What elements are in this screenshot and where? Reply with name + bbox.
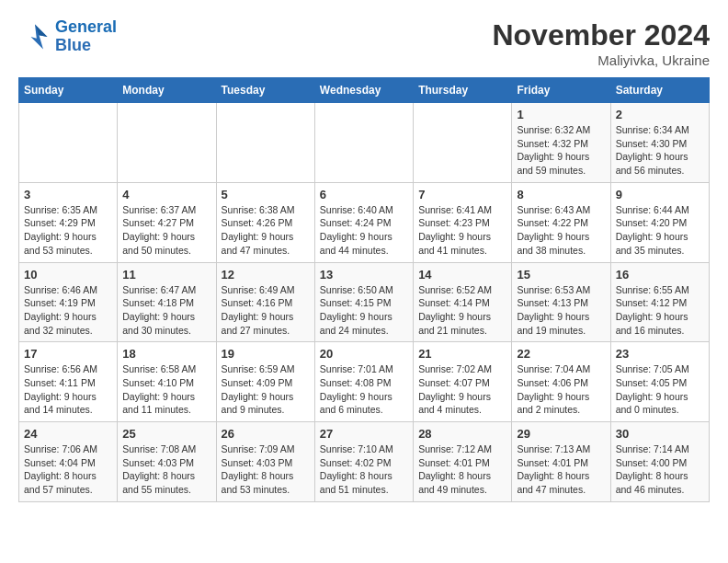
day-info: Sunrise: 6:35 AM Sunset: 4:29 PM Dayligh… (24, 203, 112, 258)
day-info: Sunrise: 6:49 AM Sunset: 4:16 PM Dayligh… (222, 283, 310, 338)
calendar-cell: 13Sunrise: 6:50 AM Sunset: 4:15 PM Dayli… (314, 262, 413, 342)
calendar-cell: 28Sunrise: 7:12 AM Sunset: 4:01 PM Dayli… (414, 422, 512, 502)
day-info: Sunrise: 6:32 AM Sunset: 4:32 PM Dayligh… (517, 123, 605, 178)
month-title: November 2024 (492, 18, 710, 52)
day-number: 12 (222, 268, 310, 282)
day-number: 29 (517, 427, 605, 441)
weekday-header: Tuesday (216, 78, 314, 103)
calendar-week-row: 17Sunrise: 6:56 AM Sunset: 4:11 PM Dayli… (19, 342, 710, 422)
logo-text: General Blue (55, 18, 117, 55)
calendar-cell: 17Sunrise: 6:56 AM Sunset: 4:11 PM Dayli… (19, 342, 118, 422)
weekday-header: Monday (118, 78, 216, 103)
day-info: Sunrise: 6:38 AM Sunset: 4:26 PM Dayligh… (222, 203, 310, 258)
weekday-header: Friday (512, 78, 610, 103)
weekday-header: Wednesday (314, 78, 413, 103)
calendar-week-row: 3Sunrise: 6:35 AM Sunset: 4:29 PM Daylig… (19, 182, 710, 262)
calendar-cell: 12Sunrise: 6:49 AM Sunset: 4:16 PM Dayli… (216, 262, 314, 342)
calendar-cell: 27Sunrise: 7:10 AM Sunset: 4:02 PM Dayli… (314, 422, 413, 502)
logo-line2: Blue (55, 36, 91, 54)
calendar-cell: 6Sunrise: 6:40 AM Sunset: 4:24 PM Daylig… (314, 182, 413, 262)
calendar-week-row: 10Sunrise: 6:46 AM Sunset: 4:19 PM Dayli… (19, 262, 710, 342)
day-number: 13 (320, 268, 408, 282)
day-info: Sunrise: 6:56 AM Sunset: 4:11 PM Dayligh… (24, 362, 112, 417)
day-number: 14 (418, 268, 506, 282)
calendar-cell: 5Sunrise: 6:38 AM Sunset: 4:26 PM Daylig… (216, 182, 314, 262)
calendar-cell: 7Sunrise: 6:41 AM Sunset: 4:23 PM Daylig… (414, 182, 512, 262)
calendar-cell: 3Sunrise: 6:35 AM Sunset: 4:29 PM Daylig… (19, 182, 118, 262)
day-info: Sunrise: 6:53 AM Sunset: 4:13 PM Dayligh… (517, 283, 605, 338)
day-number: 18 (122, 347, 210, 361)
calendar-cell: 26Sunrise: 7:09 AM Sunset: 4:03 PM Dayli… (216, 422, 314, 502)
day-number: 19 (222, 347, 310, 361)
day-number: 8 (517, 188, 605, 201)
day-info: Sunrise: 6:37 AM Sunset: 4:27 PM Dayligh… (122, 203, 210, 258)
weekday-header: Saturday (610, 78, 709, 103)
calendar-cell: 11Sunrise: 6:47 AM Sunset: 4:18 PM Dayli… (118, 262, 216, 342)
day-number: 22 (517, 347, 605, 361)
logo-line1: General (55, 17, 117, 36)
day-info: Sunrise: 6:55 AM Sunset: 4:12 PM Dayligh… (616, 283, 704, 338)
day-info: Sunrise: 6:50 AM Sunset: 4:15 PM Dayligh… (320, 283, 408, 338)
calendar-week-row: 24Sunrise: 7:06 AM Sunset: 4:04 PM Dayli… (19, 422, 710, 502)
day-number: 5 (222, 188, 310, 201)
day-info: Sunrise: 6:59 AM Sunset: 4:09 PM Dayligh… (222, 362, 310, 417)
logo-icon (18, 20, 51, 53)
calendar-cell (118, 103, 216, 183)
day-info: Sunrise: 6:52 AM Sunset: 4:14 PM Dayligh… (418, 283, 506, 338)
calendar-cell: 29Sunrise: 7:13 AM Sunset: 4:01 PM Dayli… (512, 422, 610, 502)
day-info: Sunrise: 6:41 AM Sunset: 4:23 PM Dayligh… (418, 203, 506, 258)
day-number: 6 (320, 188, 408, 201)
day-number: 10 (24, 268, 112, 282)
day-number: 26 (222, 427, 310, 441)
day-info: Sunrise: 6:47 AM Sunset: 4:18 PM Dayligh… (122, 283, 210, 338)
calendar-cell: 19Sunrise: 6:59 AM Sunset: 4:09 PM Dayli… (216, 342, 314, 422)
logo: General Blue (18, 18, 117, 55)
calendar-cell (314, 103, 413, 183)
weekday-header: Thursday (414, 78, 512, 103)
calendar-cell: 9Sunrise: 6:44 AM Sunset: 4:20 PM Daylig… (610, 182, 709, 262)
calendar-cell: 1Sunrise: 6:32 AM Sunset: 4:32 PM Daylig… (512, 103, 610, 183)
day-number: 1 (517, 108, 605, 121)
day-info: Sunrise: 7:04 AM Sunset: 4:06 PM Dayligh… (517, 362, 605, 417)
day-number: 7 (418, 188, 506, 201)
day-number: 17 (24, 347, 112, 361)
day-number: 16 (616, 268, 704, 282)
day-info: Sunrise: 6:58 AM Sunset: 4:10 PM Dayligh… (122, 362, 210, 417)
day-info: Sunrise: 7:01 AM Sunset: 4:08 PM Dayligh… (320, 362, 408, 417)
calendar-cell: 24Sunrise: 7:06 AM Sunset: 4:04 PM Dayli… (19, 422, 118, 502)
day-number: 28 (418, 427, 506, 441)
day-number: 21 (418, 347, 506, 361)
calendar-cell: 23Sunrise: 7:05 AM Sunset: 4:05 PM Dayli… (610, 342, 709, 422)
calendar-cell: 21Sunrise: 7:02 AM Sunset: 4:07 PM Dayli… (414, 342, 512, 422)
day-info: Sunrise: 7:05 AM Sunset: 4:05 PM Dayligh… (616, 362, 704, 417)
day-info: Sunrise: 7:13 AM Sunset: 4:01 PM Dayligh… (517, 442, 605, 497)
day-number: 30 (616, 427, 704, 441)
calendar-cell: 10Sunrise: 6:46 AM Sunset: 4:19 PM Dayli… (19, 262, 118, 342)
day-number: 9 (616, 188, 704, 201)
day-info: Sunrise: 7:08 AM Sunset: 4:03 PM Dayligh… (122, 442, 210, 497)
day-info: Sunrise: 7:12 AM Sunset: 4:01 PM Dayligh… (418, 442, 506, 497)
weekday-header: Sunday (19, 78, 118, 103)
day-info: Sunrise: 6:44 AM Sunset: 4:20 PM Dayligh… (616, 203, 704, 258)
calendar-cell (216, 103, 314, 183)
day-number: 20 (320, 347, 408, 361)
day-info: Sunrise: 6:46 AM Sunset: 4:19 PM Dayligh… (24, 283, 112, 338)
day-number: 15 (517, 268, 605, 282)
day-info: Sunrise: 7:10 AM Sunset: 4:02 PM Dayligh… (320, 442, 408, 497)
day-info: Sunrise: 7:09 AM Sunset: 4:03 PM Dayligh… (222, 442, 310, 497)
calendar-cell: 8Sunrise: 6:43 AM Sunset: 4:22 PM Daylig… (512, 182, 610, 262)
calendar-cell: 15Sunrise: 6:53 AM Sunset: 4:13 PM Dayli… (512, 262, 610, 342)
calendar-cell: 22Sunrise: 7:04 AM Sunset: 4:06 PM Dayli… (512, 342, 610, 422)
calendar-cell: 16Sunrise: 6:55 AM Sunset: 4:12 PM Dayli… (610, 262, 709, 342)
title-block: November 2024 Maliyivka, Ukraine (492, 18, 710, 68)
day-number: 27 (320, 427, 408, 441)
day-info: Sunrise: 7:14 AM Sunset: 4:00 PM Dayligh… (616, 442, 704, 497)
calendar-cell: 18Sunrise: 6:58 AM Sunset: 4:10 PM Dayli… (118, 342, 216, 422)
day-number: 24 (24, 427, 112, 441)
day-number: 23 (616, 347, 704, 361)
location-subtitle: Maliyivka, Ukraine (492, 52, 710, 68)
day-info: Sunrise: 6:43 AM Sunset: 4:22 PM Dayligh… (517, 203, 605, 258)
calendar-week-row: 1Sunrise: 6:32 AM Sunset: 4:32 PM Daylig… (19, 103, 710, 183)
calendar-cell: 2Sunrise: 6:34 AM Sunset: 4:30 PM Daylig… (610, 103, 709, 183)
day-number: 4 (122, 188, 210, 201)
